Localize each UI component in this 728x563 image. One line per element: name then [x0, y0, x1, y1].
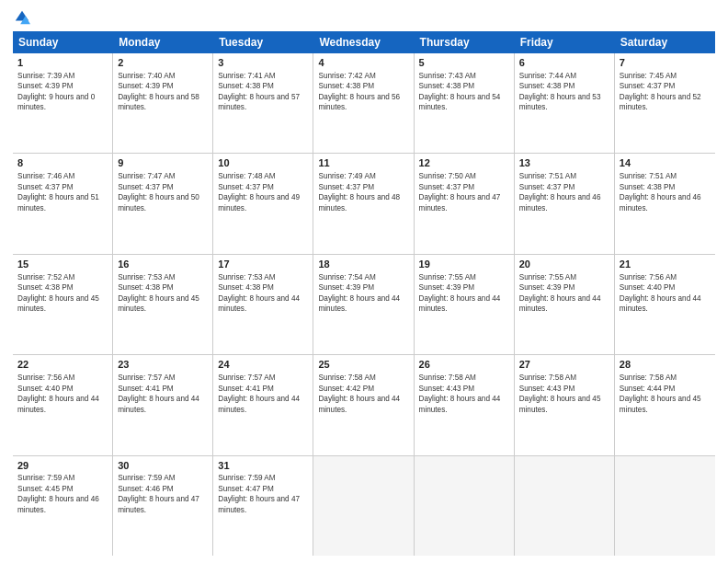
day-cell-5: 5Sunrise: 7:43 AMSunset: 4:38 PMDaylight… [415, 53, 515, 153]
day-cell-15: 15Sunrise: 7:52 AMSunset: 4:38 PMDayligh… [13, 255, 113, 354]
day-cell-26: 26Sunrise: 7:58 AMSunset: 4:43 PMDayligh… [415, 355, 515, 454]
calendar-page: SundayMondayTuesdayWednesdayThursdayFrid… [0, 0, 728, 563]
day-cell-9: 9Sunrise: 7:47 AMSunset: 4:37 PMDaylight… [113, 154, 213, 253]
calendar-row-3: 15Sunrise: 7:52 AMSunset: 4:38 PMDayligh… [13, 255, 715, 355]
day-number: 31 [218, 459, 308, 473]
day-info: Sunrise: 7:53 AMSunset: 4:38 PMDaylight:… [118, 272, 208, 315]
header-day-thursday: Thursday [415, 31, 515, 53]
day-number: 14 [620, 156, 711, 170]
day-cell-23: 23Sunrise: 7:57 AMSunset: 4:41 PMDayligh… [113, 355, 213, 454]
day-info: Sunrise: 7:56 AMSunset: 4:40 PMDaylight:… [17, 373, 108, 415]
header-day-sunday: Sunday [13, 31, 113, 53]
day-cell-13: 13Sunrise: 7:51 AMSunset: 4:37 PMDayligh… [515, 154, 615, 253]
calendar: SundayMondayTuesdayWednesdayThursdayFrid… [13, 31, 715, 556]
day-info: Sunrise: 7:58 AMSunset: 4:43 PMDaylight:… [419, 373, 509, 415]
day-number: 2 [118, 56, 208, 70]
day-number: 18 [318, 258, 408, 271]
day-number: 11 [318, 156, 408, 170]
day-number: 12 [419, 156, 509, 170]
day-info: Sunrise: 7:45 AMSunset: 4:37 PMDaylight:… [620, 71, 711, 113]
logo-icon [14, 9, 30, 26]
day-info: Sunrise: 7:48 AMSunset: 4:37 PMDaylight:… [218, 171, 308, 213]
header-day-saturday: Saturday [615, 31, 715, 53]
day-cell-2: 2Sunrise: 7:40 AMSunset: 4:39 PMDaylight… [113, 53, 213, 153]
day-number: 22 [17, 358, 108, 372]
day-info: Sunrise: 7:41 AMSunset: 4:38 PMDaylight:… [218, 71, 308, 113]
day-info: Sunrise: 7:59 AMSunset: 4:47 PMDaylight:… [218, 473, 308, 515]
day-info: Sunrise: 7:58 AMSunset: 4:43 PMDaylight:… [519, 373, 609, 415]
day-number: 20 [519, 258, 609, 271]
day-cell-12: 12Sunrise: 7:50 AMSunset: 4:37 PMDayligh… [415, 154, 515, 253]
day-number: 19 [419, 258, 509, 271]
day-number: 30 [118, 459, 208, 473]
day-number: 4 [318, 56, 408, 70]
day-number: 1 [17, 56, 108, 70]
day-cell-6: 6Sunrise: 7:44 AMSunset: 4:38 PMDaylight… [515, 53, 615, 153]
day-info: Sunrise: 7:43 AMSunset: 4:38 PMDaylight:… [419, 71, 509, 113]
day-cell-27: 27Sunrise: 7:58 AMSunset: 4:43 PMDayligh… [515, 355, 615, 454]
header-day-friday: Friday [515, 31, 615, 53]
calendar-row-1: 1Sunrise: 7:39 AMSunset: 4:39 PMDaylight… [13, 53, 715, 154]
day-cell-28: 28Sunrise: 7:58 AMSunset: 4:44 PMDayligh… [615, 355, 715, 454]
day-info: Sunrise: 7:47 AMSunset: 4:37 PMDaylight:… [118, 171, 208, 213]
day-number: 26 [419, 358, 509, 372]
day-cell-31: 31Sunrise: 7:59 AMSunset: 4:47 PMDayligh… [213, 456, 313, 556]
day-cell-10: 10Sunrise: 7:48 AMSunset: 4:37 PMDayligh… [213, 154, 313, 253]
day-number: 21 [620, 258, 711, 271]
day-number: 9 [118, 156, 208, 170]
calendar-header: SundayMondayTuesdayWednesdayThursdayFrid… [13, 31, 715, 53]
page-header [13, 9, 715, 26]
day-cell-18: 18Sunrise: 7:54 AMSunset: 4:39 PMDayligh… [313, 255, 414, 354]
day-cell-8: 8Sunrise: 7:46 AMSunset: 4:37 PMDaylight… [13, 154, 113, 253]
day-info: Sunrise: 7:46 AMSunset: 4:37 PMDaylight:… [17, 171, 108, 213]
day-info: Sunrise: 7:59 AMSunset: 4:45 PMDaylight:… [17, 473, 108, 515]
day-cell-19: 19Sunrise: 7:55 AMSunset: 4:39 PMDayligh… [415, 255, 515, 354]
day-cell-1: 1Sunrise: 7:39 AMSunset: 4:39 PMDaylight… [13, 53, 113, 153]
day-cell-21: 21Sunrise: 7:56 AMSunset: 4:40 PMDayligh… [615, 255, 715, 354]
day-info: Sunrise: 7:49 AMSunset: 4:37 PMDaylight:… [318, 171, 408, 213]
day-info: Sunrise: 7:53 AMSunset: 4:38 PMDaylight:… [218, 272, 308, 315]
day-info: Sunrise: 7:57 AMSunset: 4:41 PMDaylight:… [118, 373, 208, 415]
day-info: Sunrise: 7:55 AMSunset: 4:39 PMDaylight:… [519, 272, 609, 315]
day-cell-7: 7Sunrise: 7:45 AMSunset: 4:37 PMDaylight… [615, 53, 715, 153]
day-cell-20: 20Sunrise: 7:55 AMSunset: 4:39 PMDayligh… [515, 255, 615, 354]
empty-cell [415, 456, 515, 556]
day-number: 15 [17, 258, 108, 271]
day-info: Sunrise: 7:39 AMSunset: 4:39 PMDaylight:… [17, 71, 108, 113]
day-cell-16: 16Sunrise: 7:53 AMSunset: 4:38 PMDayligh… [113, 255, 213, 354]
day-number: 16 [118, 258, 208, 271]
calendar-row-5: 29Sunrise: 7:59 AMSunset: 4:45 PMDayligh… [13, 456, 715, 556]
day-info: Sunrise: 7:51 AMSunset: 4:38 PMDaylight:… [620, 171, 711, 213]
header-day-monday: Monday [113, 31, 213, 53]
header-day-tuesday: Tuesday [213, 31, 313, 53]
day-number: 25 [318, 358, 408, 372]
day-number: 7 [620, 56, 711, 70]
day-number: 27 [519, 358, 609, 372]
day-info: Sunrise: 7:42 AMSunset: 4:38 PMDaylight:… [318, 71, 408, 113]
empty-cell [615, 456, 715, 556]
day-number: 23 [118, 358, 208, 372]
empty-cell [515, 456, 615, 556]
day-info: Sunrise: 7:52 AMSunset: 4:38 PMDaylight:… [17, 272, 108, 315]
day-info: Sunrise: 7:56 AMSunset: 4:40 PMDaylight:… [620, 272, 711, 315]
day-number: 6 [519, 56, 609, 70]
logo [13, 9, 30, 26]
day-cell-29: 29Sunrise: 7:59 AMSunset: 4:45 PMDayligh… [13, 456, 113, 556]
day-number: 29 [17, 459, 108, 473]
day-number: 5 [419, 56, 509, 70]
day-info: Sunrise: 7:50 AMSunset: 4:37 PMDaylight:… [419, 171, 509, 213]
day-cell-30: 30Sunrise: 7:59 AMSunset: 4:46 PMDayligh… [113, 456, 213, 556]
day-info: Sunrise: 7:59 AMSunset: 4:46 PMDaylight:… [118, 473, 208, 515]
day-cell-4: 4Sunrise: 7:42 AMSunset: 4:38 PMDaylight… [313, 53, 414, 153]
header-day-wednesday: Wednesday [313, 31, 414, 53]
day-info: Sunrise: 7:57 AMSunset: 4:41 PMDaylight:… [218, 373, 308, 415]
day-info: Sunrise: 7:51 AMSunset: 4:37 PMDaylight:… [519, 171, 609, 213]
empty-cell [313, 456, 414, 556]
day-number: 13 [519, 156, 609, 170]
day-info: Sunrise: 7:40 AMSunset: 4:39 PMDaylight:… [118, 71, 208, 113]
day-number: 10 [218, 156, 308, 170]
day-cell-25: 25Sunrise: 7:58 AMSunset: 4:42 PMDayligh… [313, 355, 414, 454]
day-info: Sunrise: 7:55 AMSunset: 4:39 PMDaylight:… [419, 272, 509, 315]
day-cell-22: 22Sunrise: 7:56 AMSunset: 4:40 PMDayligh… [13, 355, 113, 454]
calendar-body: 1Sunrise: 7:39 AMSunset: 4:39 PMDaylight… [13, 53, 715, 556]
